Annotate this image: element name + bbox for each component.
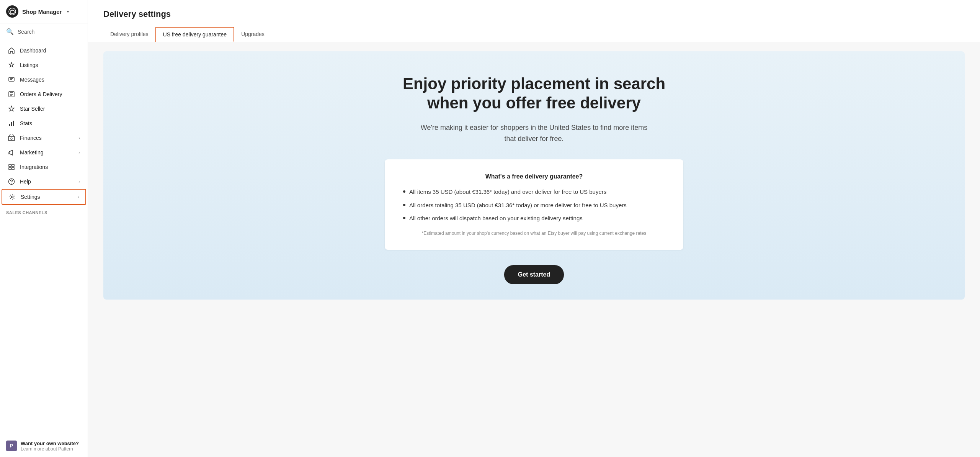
pattern-title: Want your own website? <box>21 441 79 446</box>
sidebar-item-label: Messages <box>20 77 80 83</box>
search-item[interactable]: 🔍 Search <box>0 23 88 40</box>
marketing-icon <box>8 149 15 156</box>
svg-rect-4 <box>9 124 10 126</box>
info-card-list: All items 35 USD (about €31.36* today) a… <box>403 188 665 223</box>
shop-manager-title: Shop Manager <box>22 8 62 15</box>
settings-icon <box>8 193 16 201</box>
info-card: What's a free delivery guarantee? All it… <box>385 159 683 250</box>
integrations-icon <box>8 163 15 171</box>
tab-delivery-profiles[interactable]: Delivery profiles <box>103 27 155 42</box>
shop-manager-header[interactable]: Shop Manager ▾ <box>0 0 88 23</box>
shop-logo <box>6 5 18 18</box>
svg-rect-12 <box>12 167 14 170</box>
sidebar-item-marketing[interactable]: Marketing › <box>2 145 86 160</box>
list-item: All items 35 USD (about €31.36* today) a… <box>403 188 665 197</box>
sidebar-item-label: Star Seller <box>20 106 80 112</box>
sidebar-item-label: Settings <box>21 194 73 200</box>
home-icon <box>8 47 15 54</box>
finances-icon <box>8 134 15 142</box>
sidebar-item-messages[interactable]: Messages <box>2 72 86 87</box>
chevron-right-icon: › <box>78 195 79 199</box>
sidebar-item-orders[interactable]: Orders & Delivery <box>2 87 86 102</box>
sidebar-item-help[interactable]: Help › <box>2 174 86 189</box>
sidebar-item-star-seller[interactable]: Star Seller <box>2 102 86 116</box>
tabs-bar: Delivery profiles US free delivery guara… <box>103 27 965 42</box>
listings-icon <box>8 61 15 69</box>
svg-rect-2 <box>9 77 14 81</box>
svg-rect-5 <box>11 122 12 126</box>
svg-point-14 <box>11 183 12 183</box>
bullet-icon <box>403 204 405 206</box>
svg-rect-9 <box>9 164 11 167</box>
sidebar-item-finances[interactable]: Finances › <box>2 131 86 145</box>
star-icon <box>8 105 15 113</box>
sidebar-item-label: Finances <box>20 135 74 141</box>
sidebar-item-stats[interactable]: Stats <box>2 116 86 131</box>
svg-point-8 <box>11 138 12 139</box>
help-icon <box>8 178 15 185</box>
info-card-title: What's a free delivery guarantee? <box>403 173 665 180</box>
pattern-subtitle: Learn more about Pattern <box>21 446 79 452</box>
chevron-right-icon: › <box>78 179 80 184</box>
list-item-text: All items 35 USD (about €31.36* today) a… <box>409 188 606 197</box>
sidebar: Shop Manager ▾ 🔍 Search Dashboard Listin… <box>0 0 88 457</box>
list-item-text: All other orders will dispatch based on … <box>409 214 583 223</box>
svg-point-15 <box>11 196 13 198</box>
main-content: Enjoy priority placement in search when … <box>88 42 980 457</box>
svg-rect-6 <box>13 121 14 126</box>
hero-section: Enjoy priority placement in search when … <box>103 51 965 300</box>
sidebar-item-integrations[interactable]: Integrations <box>2 160 86 174</box>
sidebar-item-label: Integrations <box>20 164 80 170</box>
shop-manager-chevron: ▾ <box>67 10 69 14</box>
sidebar-item-label: Listings <box>20 62 80 68</box>
search-label: Search <box>18 29 34 35</box>
svg-rect-1 <box>10 11 14 13</box>
chevron-right-icon: › <box>78 150 80 155</box>
sidebar-item-settings[interactable]: Settings › <box>2 189 86 205</box>
bullet-icon <box>403 190 405 193</box>
sidebar-item-dashboard[interactable]: Dashboard <box>2 43 86 58</box>
list-item-text: All orders totaling 35 USD (about €31.36… <box>409 201 627 210</box>
messages-icon <box>8 76 15 84</box>
svg-rect-7 <box>8 136 15 141</box>
page-title: Delivery settings <box>103 9 965 19</box>
sales-channels-label: SALES CHANNELS <box>0 205 88 216</box>
search-icon: 🔍 <box>6 28 14 35</box>
sidebar-item-label: Orders & Delivery <box>20 91 80 97</box>
list-item: All orders totaling 35 USD (about €31.36… <box>403 201 665 210</box>
svg-rect-10 <box>12 164 14 167</box>
list-item: All other orders will dispatch based on … <box>403 214 665 223</box>
tab-us-free-delivery[interactable]: US free delivery guarantee <box>155 27 235 42</box>
get-started-button[interactable]: Get started <box>504 265 564 284</box>
sidebar-item-label: Stats <box>20 120 80 126</box>
bullet-icon <box>403 217 405 219</box>
svg-point-0 <box>9 8 16 15</box>
pattern-promo[interactable]: P Want your own website? Learn more abou… <box>0 435 88 457</box>
hero-subtitle: We're making it easier for shoppers in t… <box>415 122 653 144</box>
chevron-right-icon: › <box>78 136 80 140</box>
svg-rect-11 <box>9 167 11 170</box>
sidebar-nav: Dashboard Listings Messages Orders & Del… <box>0 40 88 435</box>
pattern-avatar: P <box>6 441 17 451</box>
tab-upgrades[interactable]: Upgrades <box>234 27 271 42</box>
pattern-info: Want your own website? Learn more about … <box>21 441 79 452</box>
hero-title: Enjoy priority placement in search when … <box>400 74 668 113</box>
sidebar-item-label: Help <box>20 179 74 185</box>
sidebar-item-label: Marketing <box>20 149 74 156</box>
orders-icon <box>8 90 15 98</box>
stats-icon <box>8 120 15 127</box>
sidebar-item-listings[interactable]: Listings <box>2 58 86 72</box>
page-header: Delivery settings Delivery profiles US f… <box>88 0 980 42</box>
info-card-footnote: *Estimated amount in your shop's currenc… <box>403 231 665 236</box>
sidebar-item-label: Dashboard <box>20 48 80 54</box>
main-panel: Delivery settings Delivery profiles US f… <box>88 0 980 457</box>
